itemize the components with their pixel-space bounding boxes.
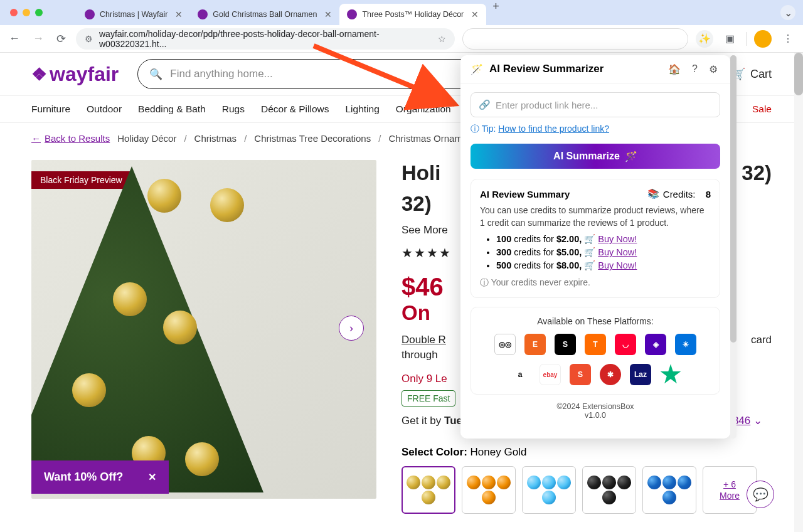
swatch-honey-gold[interactable] bbox=[402, 466, 455, 514]
ai-summarize-button[interactable]: AI Summarize🪄 bbox=[471, 144, 720, 169]
forward-button[interactable]: → bbox=[30, 29, 46, 48]
platform-etsy-icon[interactable]: E bbox=[524, 334, 546, 355]
scrollbar-thumb[interactable] bbox=[794, 53, 803, 95]
close-icon[interactable]: ✕ bbox=[148, 471, 156, 483]
page-scrollbar[interactable] bbox=[794, 53, 803, 532]
free-shipping-badge: FREE Fast bbox=[402, 390, 455, 407]
platform-ebay-icon[interactable]: ebay bbox=[540, 364, 561, 385]
back-button[interactable]: ← bbox=[6, 29, 23, 48]
swatch-light-blue[interactable] bbox=[522, 466, 576, 514]
platform-amazon-icon[interactable]: a bbox=[509, 364, 531, 385]
platform-yelp-icon[interactable]: ✱ bbox=[600, 364, 621, 385]
link-icon: 🔗 bbox=[479, 99, 491, 110]
nav-item[interactable]: Outdoor bbox=[87, 104, 122, 115]
info-icon: ⓘ bbox=[480, 277, 489, 287]
logo-icon: ❖ bbox=[31, 64, 47, 85]
platform-lazada-icon[interactable]: Laz bbox=[630, 364, 651, 385]
favicon bbox=[198, 9, 208, 19]
close-window[interactable] bbox=[10, 9, 18, 16]
nav-sale[interactable]: Sale bbox=[752, 104, 772, 115]
platform-temu-icon[interactable]: T bbox=[585, 334, 606, 355]
address-bar[interactable]: ⚙ wayfair.com/holiday-decor/pdp/three-po… bbox=[76, 28, 455, 50]
pricing-list: 100 credits for $2.00, 🛒 Buy Now! 300 cr… bbox=[480, 234, 711, 271]
profile-avatar[interactable] bbox=[754, 30, 772, 48]
search-input[interactable]: 🔍 Find anything home... bbox=[137, 59, 514, 89]
promo-banner[interactable]: Want 10% Off?✕ bbox=[31, 460, 169, 494]
chevron-down-icon[interactable]: ⌄ bbox=[753, 415, 762, 427]
popup-footer: ©2024 ExtensionsBox v1.0.0 bbox=[471, 395, 720, 430]
cart-link[interactable]: 🛒Cart bbox=[731, 67, 772, 81]
platforms-title: Available on These Platforms: bbox=[480, 316, 711, 326]
platform-trustpilot-icon[interactable] bbox=[660, 364, 681, 385]
nav-item[interactable]: Organization bbox=[396, 104, 451, 115]
close-tab-icon[interactable]: ✕ bbox=[324, 9, 332, 19]
nav-item[interactable]: Lighting bbox=[346, 104, 380, 115]
platform-shein-icon[interactable]: S bbox=[555, 334, 576, 355]
tab-list-button[interactable]: ⌄ bbox=[780, 5, 795, 20]
product-image[interactable]: Black Friday Preview › Want 10% Off?✕ bbox=[31, 160, 376, 499]
minimize-window[interactable] bbox=[23, 9, 30, 16]
platform-shopee-icon[interactable]: S bbox=[570, 364, 591, 385]
reload-button[interactable]: ⟳ bbox=[54, 29, 68, 48]
close-tab-icon[interactable]: ✕ bbox=[175, 9, 183, 19]
crumb[interactable]: Holiday Décor bbox=[117, 133, 176, 144]
nav-item[interactable]: Décor & Pillows bbox=[261, 104, 329, 115]
nav-item[interactable]: Furniture bbox=[31, 104, 70, 115]
browser-toolbar: ← → ⟳ ⚙ wayfair.com/holiday-decor/pdp/th… bbox=[0, 25, 803, 53]
platform-walmart-icon[interactable]: ✳ bbox=[675, 334, 696, 355]
platform-bestbuy-icon[interactable]: ◈ bbox=[645, 334, 666, 355]
tab-0[interactable]: Christmas | Wayfair✕ bbox=[77, 4, 190, 25]
tab-title: Three Posts™ Holiday Décor bbox=[362, 10, 464, 19]
buy-link[interactable]: Buy Now! bbox=[598, 260, 637, 270]
color-selector-label: Select Color: Honey Gold bbox=[402, 446, 772, 459]
crumb[interactable]: Christmas Tree Decorations bbox=[254, 133, 371, 144]
help-icon[interactable]: ? bbox=[689, 63, 700, 75]
product-link-input[interactable]: 🔗 Enter product link here... bbox=[471, 92, 720, 117]
swatch-black[interactable] bbox=[582, 466, 636, 514]
wayfair-logo[interactable]: ❖wayfair bbox=[31, 63, 119, 86]
credits-icon: 📚 bbox=[647, 188, 659, 200]
buy-link[interactable]: Buy Now! bbox=[598, 234, 637, 244]
nav-item[interactable]: Rugs bbox=[222, 104, 245, 115]
gear-icon[interactable]: ⚙ bbox=[706, 63, 720, 75]
card-description: You can use credits to summarize product… bbox=[480, 205, 711, 229]
divider bbox=[746, 32, 747, 46]
extensions-icon[interactable]: ▣ bbox=[721, 30, 738, 48]
credits-note: ⓘ Your credits never expire. bbox=[480, 277, 711, 289]
crumb[interactable]: Christmas bbox=[194, 133, 237, 144]
platform-tripadvisor-icon[interactable]: ◎◎ bbox=[494, 334, 516, 355]
bookmark-icon[interactable]: ☆ bbox=[438, 34, 446, 44]
extension-summarizer-icon[interactable]: ✨ bbox=[696, 30, 713, 48]
buy-link[interactable]: Buy Now! bbox=[598, 247, 637, 257]
popup-scrollbar-thumb[interactable] bbox=[730, 55, 737, 343]
chat-button[interactable]: 💬 bbox=[747, 481, 774, 508]
search-icon: 🔍 bbox=[149, 68, 162, 81]
browser-tab-strip: Christmas | Wayfair✕ Gold Christmas Ball… bbox=[0, 0, 803, 25]
close-tab-icon[interactable]: ✕ bbox=[471, 9, 479, 19]
search-sidebar[interactable] bbox=[462, 28, 688, 50]
menu-icon[interactable]: ⋮ bbox=[779, 30, 797, 48]
nav-item[interactable]: Bedding & Bath bbox=[138, 104, 206, 115]
swatch-orange[interactable] bbox=[462, 466, 516, 514]
card-title: AI Review Summary bbox=[480, 189, 570, 200]
tab-2[interactable]: Three Posts™ Holiday Décor✕ bbox=[339, 4, 486, 25]
price-row: 500 credits for $8.00, 🛒 Buy Now! bbox=[496, 260, 711, 271]
input-placeholder: Enter product link here... bbox=[496, 100, 598, 110]
maximize-window[interactable] bbox=[35, 9, 43, 16]
price-row: 300 credits for $5.00, 🛒 Buy Now! bbox=[496, 247, 711, 258]
back-to-results[interactable]: ←Back to Results bbox=[31, 133, 110, 144]
extension-popup: 🪄 AI Review Summarizer 🏠 ? ⚙ 🔗 Enter pro… bbox=[460, 55, 730, 439]
promo-badge: Black Friday Preview bbox=[31, 171, 131, 189]
platform-aliexpress-icon[interactable]: ◡ bbox=[615, 334, 636, 355]
credits-display: 📚Credits: 8 bbox=[647, 188, 711, 200]
home-icon[interactable]: 🏠 bbox=[666, 63, 683, 75]
tip-link[interactable]: How to find the product link? bbox=[498, 124, 609, 134]
tab-1[interactable]: Gold Christmas Ball Ornamen✕ bbox=[190, 4, 339, 25]
summary-card: AI Review Summary 📚Credits: 8 You can us… bbox=[471, 179, 720, 298]
swatch-blue[interactable] bbox=[642, 466, 696, 514]
info-icon: ⓘ bbox=[471, 124, 479, 134]
price-row: 100 credits for $2.00, 🛒 Buy Now! bbox=[496, 234, 711, 245]
new-tab-button[interactable]: + bbox=[486, 0, 506, 25]
next-image-button[interactable]: › bbox=[339, 316, 364, 341]
site-info-icon[interactable]: ⚙ bbox=[85, 34, 93, 44]
